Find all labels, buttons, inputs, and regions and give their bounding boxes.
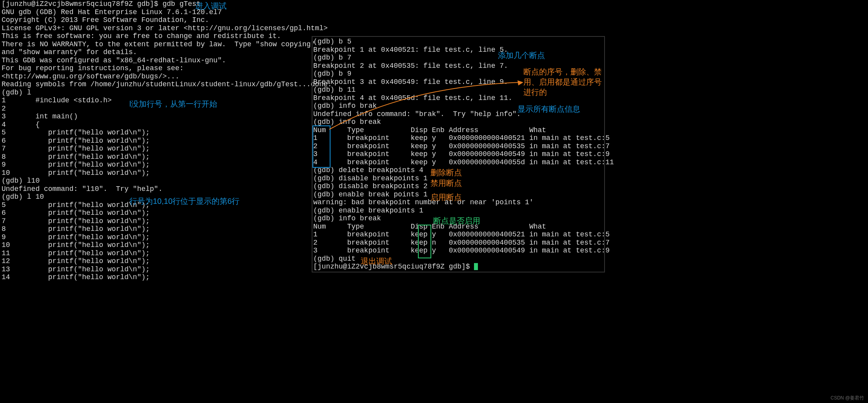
bp-table-row: 3 breakpoint keep y 0x0000000000400549 i… <box>313 247 610 254</box>
bp-table-row: 3 breakpoint keep y 0x0000000000400549 i… <box>313 150 610 158</box>
gdb-cmd-disable: (gdb) disable breakpoints 1 <box>313 174 428 182</box>
gdb-header: Copyright (C) 2013 Free Software Foundat… <box>2 16 209 24</box>
source-line: 5 printf("hello world\n"); <box>2 129 150 136</box>
gdb-cmd-l: (gdb) l <box>2 89 31 96</box>
annotation-enter-debug: 进入调试 <box>195 1 227 11</box>
annotation-show-all-bp: 显示所有断点信息 <box>518 104 580 114</box>
source-line: 7 printf("hello world\n"); <box>2 217 150 225</box>
gdb-cmd-info-break: (gdb) info break <box>313 118 381 126</box>
undef-cmd: Undefined command: "l10". Try "help". <box>2 185 162 193</box>
gdb-header: Reading symbols from /home/junzhu/studen… <box>2 80 332 88</box>
annotation-en-bp: 启用断点 <box>430 192 462 203</box>
source-line: 12 printf("hello world\n"); <box>2 257 150 265</box>
source-line: 10 printf("hello world\n"); <box>2 241 150 249</box>
annotation-del-bp: 删除断点 <box>430 167 462 178</box>
bp-set-msg: Breakpoint 4 at 0x40055d: file test.c, l… <box>313 94 512 102</box>
gdb-header: This GDB was configured as "x86_64-redha… <box>2 56 226 64</box>
gdb-header: <http://www.gnu.org/software/gdb/bugs/>.… <box>2 73 180 80</box>
source-line: 8 printf("hello world\n"); <box>2 225 150 233</box>
gdb-cmd-delete: (gdb) delete breakpoints 4 <box>313 166 423 174</box>
gdb-header: This is free software: you are free to c… <box>2 32 281 40</box>
gdb-header: License GPLv3+: GNU GPL version 3 or lat… <box>2 24 328 32</box>
source-line: 6 printf("hello world\n"); <box>2 209 150 217</box>
terminal-left[interactable]: [junzhu@iZ2vcjb8wmsr5qciuq78f9Z gdb]$ gd… <box>2 0 311 281</box>
gdb-cmd-l10: (gdb) l 10 <box>2 193 44 201</box>
source-line: 3 int main() <box>2 113 78 120</box>
gdb-cmd-b5: (gdb) b 5 <box>313 38 351 45</box>
gdb-cmd-b7: (gdb) b 7 <box>313 54 351 62</box>
gdb-warning: warning: bad breakpoint number at or nea… <box>313 198 534 206</box>
annotation-add-bp: 添加几个断点 <box>498 50 545 61</box>
gdb-cmd-enable-bad: (gdb) enable break points 1 <box>313 191 428 198</box>
undef-info: Undefined info command: "brak". Try "hel… <box>313 110 521 118</box>
source-line: 13 printf("hello world\n"); <box>2 265 150 273</box>
source-line: 2 <box>2 105 6 113</box>
bp-table-row: 2 breakpoint keep n 0x0000000000400535 i… <box>313 239 610 247</box>
gdb-header: There is NO WARRANTY, to the extent perm… <box>2 40 315 48</box>
source-line: 6 printf("hello world\n"); <box>2 137 150 145</box>
shell-prompt: [junzhu@iZ2vcjb8wmsr5qciuq78f9Z gdb]$ <box>313 263 474 270</box>
source-line: 14 printf("hello world\n"); <box>2 273 150 281</box>
bp-table-header: Num Type Disp Enb Address What <box>313 126 546 134</box>
gdb-cmd-b11: (gdb) b 11 <box>313 86 356 94</box>
gdb-cmd-l10-bad: (gdb) l10 <box>2 177 40 185</box>
bp-table-row: 1 breakpoint keep y 0x0000000000400521 i… <box>313 134 610 142</box>
gdb-header: and "show warranty" for details. <box>2 48 137 56</box>
gdb-cmd-b9: (gdb) b 9 <box>313 70 351 78</box>
source-line: 9 printf("hello world\n"); <box>2 161 150 169</box>
source-line: 8 printf("hello world\n"); <box>2 153 150 161</box>
annotation-bp-seq: 断点的序号，删除、禁用、启用都是通过序号进行的 <box>523 67 602 97</box>
gdb-header: GNU gdb (GDB) Red Hat Enterprise Linux 7… <box>2 8 222 16</box>
bp-set-msg: Breakpoint 2 at 0x400535: file test.c, l… <box>313 62 508 70</box>
gdb-cmd-quit: (gdb) quit <box>313 255 356 263</box>
annotation-quit-debug: 退出调试 <box>361 256 392 267</box>
shell-prompt: [junzhu@iZ2vcjb8wmsr5qciuq78f9Z gdb]$ gd… <box>2 0 201 8</box>
source-line: 9 printf("hello world\n"); <box>2 233 150 241</box>
bp-set-msg: Breakpoint 3 at 0x400549: file test.c, l… <box>313 78 508 86</box>
gdb-header: For bug reporting instructions, please s… <box>2 64 183 72</box>
annotation-is-enabled: 断点是否启用 <box>433 216 480 226</box>
source-line: 1 #include <stdio.h> <box>2 96 112 104</box>
source-line: 5 printf("hello world\n"); <box>2 201 150 209</box>
bp-table-row: 2 breakpoint keep y 0x0000000000400535 i… <box>313 142 610 150</box>
gdb-cmd-enable: (gdb) enable breakpoints 1 <box>313 207 423 214</box>
source-line: 10 printf("hello world\n"); <box>2 169 150 177</box>
bp-set-msg: Breakpoint 1 at 0x400521: file test.c, l… <box>313 46 508 54</box>
gdb-cmd-disable: (gdb) disable breakpoints 2 <box>313 182 428 190</box>
annotation-dis-bp: 禁用断点 <box>430 178 462 189</box>
annotation-no-line-start: l没加行号，从第一行开始 <box>129 99 217 109</box>
gdb-cmd-info-brak: (gdb) info brak <box>313 102 377 110</box>
gdb-cmd-info-break: (gdb) info break <box>313 214 381 222</box>
source-line: 4 { <box>2 121 40 129</box>
bp-table-row: 4 breakpoint keep y 0x000000000040055d i… <box>313 158 614 166</box>
cursor-icon <box>474 263 478 270</box>
bp-table-row: 1 breakpoint keep y 0x0000000000400521 i… <box>313 231 610 238</box>
source-line: 7 printf("hello world\n"); <box>2 145 150 152</box>
source-line: 11 printf("hello world\n"); <box>2 249 150 257</box>
bp-table-header: Num Type Disp Enb Address What <box>313 223 546 231</box>
watermark: CSDN @姜君竹 <box>830 395 864 401</box>
annotation-line10-pos: 行号为10,10行位于显示的第6行 <box>129 196 240 207</box>
